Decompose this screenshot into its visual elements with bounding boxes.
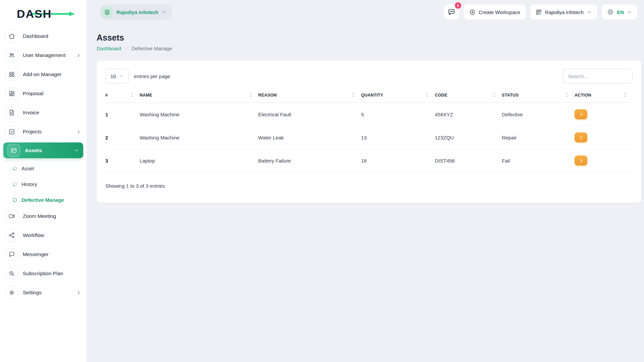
cell-quantity: 5 xyxy=(361,103,435,126)
chevron-right-icon xyxy=(76,53,81,58)
brand-logo[interactable]: DASH xyxy=(17,7,52,20)
results-summary: Showing 1 to 3 of 3 entries xyxy=(105,183,633,189)
home-icon xyxy=(5,30,18,43)
cell-status: Repair xyxy=(502,126,575,149)
gear-icon xyxy=(5,286,18,299)
sidebar-item-proposal[interactable]: Proposal xyxy=(0,85,87,102)
chevron-right-icon xyxy=(579,112,583,117)
cell-name: Laptop xyxy=(140,149,258,172)
defective-assets-table: # NAME REASON QUANTITY CODE STATUS ACTIO… xyxy=(105,87,633,172)
table-row: 2 Washing Machine Water Leak 13 123ZQU R… xyxy=(105,126,633,149)
card-icon xyxy=(7,144,20,157)
language-label: EN xyxy=(617,9,624,15)
cell-code: DIST456 xyxy=(435,149,502,172)
chevron-right-icon xyxy=(76,129,81,134)
sidebar-item-label: User Management xyxy=(23,52,66,58)
sidebar-item-label: Messenger xyxy=(23,251,49,257)
file-icon xyxy=(5,106,18,119)
sidebar-nav: Dashboard User Management Add-on Manager… xyxy=(0,28,87,301)
topbar-actions: 0 Create Workspace Rajodiya infotech EN xyxy=(444,4,637,20)
sidebar-item-label: Workflow xyxy=(23,232,44,238)
sidebar-item-messenger[interactable]: Messenger xyxy=(0,246,87,263)
sort-icon xyxy=(426,93,429,98)
grid-icon xyxy=(5,68,18,81)
row-action-button[interactable] xyxy=(575,132,587,142)
page-title: Assets xyxy=(97,33,641,43)
topbar: Rajodiya infotech 0 Create Workspace Raj… xyxy=(87,0,644,24)
row-action-button[interactable] xyxy=(575,109,587,119)
sidebar-item-subscription-plan[interactable]: Subscription Plan xyxy=(0,265,87,282)
cell-code: 456XYZ xyxy=(435,103,502,126)
sort-icon xyxy=(249,93,252,98)
sidebar-subitem-defective-manage[interactable]: Defective Manage xyxy=(0,192,87,208)
table-controls: 10 entries per page xyxy=(105,69,633,83)
search-dollar-icon xyxy=(5,267,18,280)
check-square-icon xyxy=(5,125,18,138)
language-selector[interactable]: EN xyxy=(602,4,637,20)
cell-status: Fail xyxy=(502,149,575,172)
create-workspace-label: Create Workspace xyxy=(479,9,520,15)
sidebar-subitem-label: Defective Manage xyxy=(21,197,64,203)
chevron-right-icon xyxy=(76,290,81,295)
sidebar-subitem-history[interactable]: History xyxy=(0,176,87,192)
sidebar-item-projects[interactable]: Projects xyxy=(0,123,87,140)
column-header-reason[interactable]: REASON xyxy=(258,93,361,98)
workspace-dropdown[interactable]: Rajodiya infotech xyxy=(530,4,597,20)
column-header-code[interactable]: CODE xyxy=(435,93,502,98)
chevron-down-icon xyxy=(587,10,592,15)
cell-status: Defective xyxy=(502,103,575,126)
cell-name: Washing Machine xyxy=(140,103,258,126)
sidebar-item-label: Add-on Manager xyxy=(23,71,61,77)
target-icon xyxy=(12,166,17,171)
chevron-down-icon xyxy=(162,10,167,15)
sidebar-item-settings[interactable]: Settings xyxy=(0,284,87,301)
sidebar-subitem-asset[interactable]: Asset xyxy=(0,161,87,176)
cell-quantity: 13 xyxy=(361,126,435,149)
chevron-down-icon xyxy=(74,148,79,153)
workspace-dropdown-label: Rajodiya infotech xyxy=(545,9,584,15)
create-workspace-button[interactable]: Create Workspace xyxy=(464,4,526,20)
sidebar-item-label: Assets xyxy=(25,147,42,154)
chevron-right-icon xyxy=(124,46,128,51)
plus-circle-icon xyxy=(469,9,476,15)
sort-icon xyxy=(624,93,627,98)
cell-reason: Water Leak xyxy=(258,126,361,149)
column-header-quantity[interactable]: QUANTITY xyxy=(361,93,435,98)
workspace-name: Rajodiya infotech xyxy=(116,9,158,15)
chevron-right-icon xyxy=(579,159,583,163)
sidebar-item-label: Zoom Meeting xyxy=(23,213,56,219)
cell-reason: Battery Failure xyxy=(258,149,361,172)
share-nodes-icon xyxy=(5,229,18,242)
cell-index: 1 xyxy=(105,103,140,126)
table-row: 1 Washing Machine Electrical Fault 5 456… xyxy=(105,103,633,126)
target-icon xyxy=(12,197,17,203)
sidebar-item-add-on-manager[interactable]: Add-on Manager xyxy=(0,66,87,83)
column-header-status[interactable]: STATUS xyxy=(502,93,575,98)
layout-icon xyxy=(5,87,18,100)
main-content: Assets Dashboard Defective Manage 10 ent… xyxy=(87,24,644,362)
sort-icon xyxy=(130,93,133,98)
entries-per-page-value: 10 xyxy=(110,73,116,79)
breadcrumb-current: Defective Manage xyxy=(131,46,172,51)
search-input[interactable] xyxy=(563,69,633,83)
column-header-index[interactable]: # xyxy=(105,93,140,98)
row-action-button[interactable] xyxy=(575,156,587,166)
sidebar-item-user-management[interactable]: User Management xyxy=(0,47,87,64)
breadcrumb-dashboard-link[interactable]: Dashboard xyxy=(97,46,121,51)
sidebar-item-assets[interactable]: Assets xyxy=(3,142,83,158)
sidebar-item-invoice[interactable]: Invoice xyxy=(0,104,87,121)
messages-button[interactable]: 0 xyxy=(444,4,459,20)
workspace-avatar xyxy=(101,6,113,18)
sidebar-item-zoom-meeting[interactable]: Zoom Meeting xyxy=(0,208,87,225)
table-card: 10 entries per page # NAME REASON QUANTI… xyxy=(97,61,641,203)
sidebar-item-dashboard[interactable]: Dashboard xyxy=(0,28,87,45)
column-header-action[interactable]: ACTION xyxy=(575,93,633,98)
sidebar-item-workflow[interactable]: Workflow xyxy=(0,227,87,244)
entries-per-page-select[interactable]: 10 xyxy=(105,69,129,83)
workspace-switcher[interactable]: Rajodiya infotech xyxy=(99,4,172,20)
sort-icon xyxy=(493,93,496,98)
sidebar-item-label: Dashboard xyxy=(23,33,48,39)
sidebar-item-label: Settings xyxy=(23,290,42,296)
sidebar-item-label: Proposal xyxy=(23,90,43,97)
column-header-name[interactable]: NAME xyxy=(140,93,258,98)
